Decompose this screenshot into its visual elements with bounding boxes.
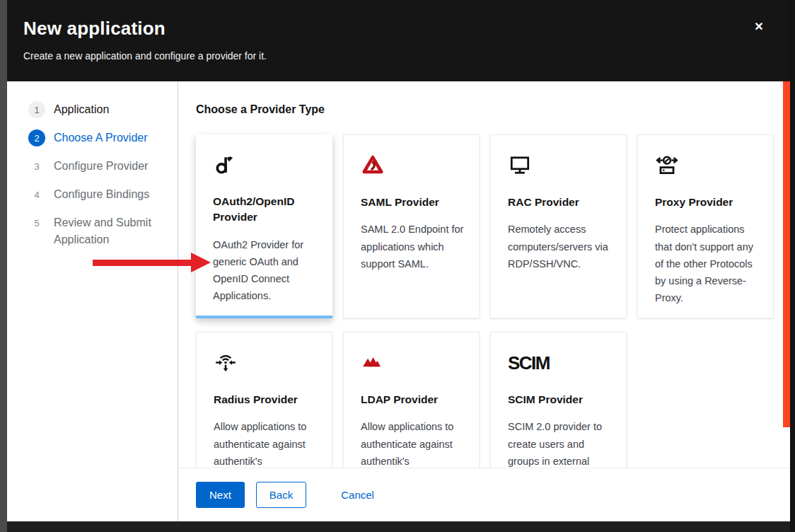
provider-card-oauth2-openid[interactable]: OAuth2/OpenID Provider OAuth2 Provider f…	[196, 134, 332, 318]
provider-card-proxy[interactable]: Proxy Provider Protect applications that…	[637, 134, 774, 318]
ldap-mountains-icon	[361, 351, 466, 375]
openid-icon	[213, 153, 320, 177]
provider-card-description: SAML 2.0 Endpoint for applications which…	[361, 221, 466, 272]
wizard-footer: Next Back Cancel	[178, 468, 790, 521]
step-number: 1	[28, 101, 45, 118]
back-button[interactable]: Back	[256, 482, 306, 508]
step-number: 4	[28, 186, 45, 203]
provider-card-rac[interactable]: RAC Provider Remotely access computers/s…	[490, 134, 627, 318]
wizard-step-configure-provider[interactable]: 3 Configure Provider	[28, 158, 168, 175]
provider-card-title: RAC Provider	[508, 195, 613, 210]
wizard-step-review-submit[interactable]: 5 Review and Submit Application	[28, 214, 168, 248]
provider-card-description: OAuth2 Provider for generic OAuth and Op…	[213, 236, 320, 304]
provider-card-description: Allow applications to authenticate again…	[214, 418, 319, 468]
provider-card-title: Radius Provider	[214, 392, 319, 407]
cancel-button[interactable]: Cancel	[338, 482, 377, 508]
close-icon[interactable]: ✕	[751, 19, 767, 35]
saml-icon	[361, 154, 466, 178]
provider-card-radius[interactable]: Radius Provider Allow applications to au…	[196, 332, 332, 468]
modal-subtitle: Create a new application and configure a…	[23, 50, 773, 62]
wizard-step-configure-bindings[interactable]: 4 Configure Bindings	[28, 186, 168, 203]
new-application-wizard-modal: New application Create a new application…	[7, 0, 790, 521]
provider-card-saml[interactable]: SAML Provider SAML 2.0 Endpoint for appl…	[343, 134, 480, 318]
provider-type-heading: Choose a Provider Type	[196, 103, 790, 116]
scrollbar-thumb[interactable]	[783, 81, 790, 427]
provider-card-title: SAML Provider	[361, 195, 466, 210]
step-label: Choose A Provider	[54, 129, 151, 146]
provider-card-ldap[interactable]: LDAP Provider Allow applications to auth…	[343, 332, 480, 468]
wizard-step-nav: 1 Application 2 Choose A Provider 3 Conf…	[7, 81, 178, 521]
next-button[interactable]: Next	[196, 482, 245, 508]
provider-card-description: Remotely access computers/servers via RD…	[508, 221, 613, 272]
provider-cards-grid: OAuth2/OpenID Provider OAuth2 Provider f…	[196, 134, 790, 468]
rac-monitor-icon	[508, 154, 613, 178]
modal-title: New application	[23, 18, 773, 40]
wizard-content: Choose a Provider Type OAuth2/OpenID Pro…	[178, 81, 790, 521]
step-number: 3	[28, 158, 45, 175]
scim-logo-icon: SCIM	[508, 351, 613, 375]
wizard-main: 1 Application 2 Choose A Provider 3 Conf…	[7, 81, 790, 521]
provider-card-title: OAuth2/OpenID Provider	[213, 194, 320, 226]
step-label: Application	[54, 101, 112, 118]
wizard-step-application[interactable]: 1 Application	[28, 101, 168, 118]
page-backdrop-right	[790, 0, 795, 532]
step-number: 2	[28, 129, 45, 146]
scim-logo-text: SCIM	[508, 352, 550, 374]
provider-card-description: Allow applications to authenticate again…	[361, 418, 466, 468]
provider-card-description: SCIM 2.0 provider to create users and gr…	[508, 418, 613, 468]
wizard-step-choose-provider[interactable]: 2 Choose A Provider	[28, 129, 168, 146]
provider-card-title: LDAP Provider	[361, 392, 466, 407]
step-label: Review and Submit Application	[54, 214, 168, 248]
step-label: Configure Bindings	[54, 186, 152, 203]
provider-card-description: Protect applications that don't support …	[655, 221, 760, 306]
provider-card-title: Proxy Provider	[655, 195, 760, 210]
wizard-body: Choose a Provider Type OAuth2/OpenID Pro…	[178, 81, 790, 468]
page-backdrop-left	[0, 0, 7, 532]
modal-header: New application Create a new application…	[7, 0, 790, 81]
step-label: Configure Provider	[54, 158, 151, 175]
provider-card-title: SCIM Provider	[508, 392, 613, 407]
radius-icon	[214, 351, 319, 375]
proxy-icon	[655, 154, 760, 178]
provider-card-scim[interactable]: SCIM SCIM Provider SCIM 2.0 provider to …	[490, 332, 627, 468]
step-number: 5	[28, 214, 45, 231]
